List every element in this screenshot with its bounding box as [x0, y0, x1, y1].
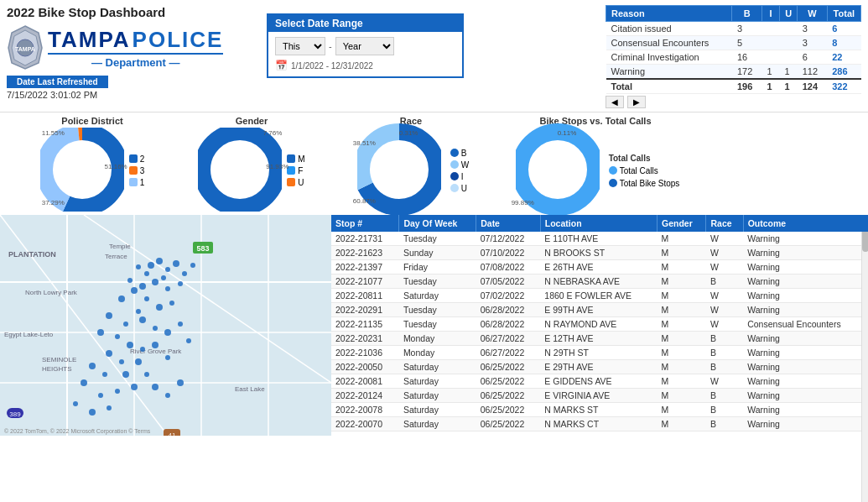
date-year-select[interactable]: Year	[335, 37, 394, 55]
svg-point-44	[148, 262, 154, 269]
table-cell: Warning	[743, 246, 868, 260]
u-col-header: U	[780, 6, 798, 22]
table-cell: 2022-20811	[331, 289, 399, 303]
location-header: Location	[540, 215, 657, 232]
svg-point-80	[89, 363, 96, 369]
svg-point-53	[139, 283, 146, 290]
logo-tampa: TAMPA	[48, 27, 131, 53]
table-row[interactable]: 2022-20050Saturday06/25/2022E 29TH AVEMB…	[331, 360, 868, 374]
table-cell: 06/25/2022	[476, 389, 541, 403]
table-cell: Monday	[399, 332, 476, 346]
table-cell: Friday	[399, 260, 476, 275]
table-row[interactable]: 2022-21731Tuesday07/12/2022E 110TH AVEMW…	[331, 232, 868, 246]
table-row[interactable]: 2022-20811Saturday07/02/20221860 E FOWLE…	[331, 289, 868, 303]
date-separator: -	[329, 41, 332, 51]
table-cell: Tuesday	[399, 317, 476, 332]
svg-point-68	[97, 329, 104, 336]
svg-point-84	[81, 379, 87, 386]
table-cell: M	[657, 374, 706, 389]
svg-point-65	[123, 322, 128, 327]
bike-stops-legend: Total Calls Total Calls Total Bike Stops	[609, 154, 680, 188]
table-row[interactable]: 2022-20081Saturday06/25/2022E GIDDENS AV…	[331, 374, 868, 389]
table-cell: Saturday	[399, 403, 476, 417]
police-district-title: Police District	[61, 116, 122, 126]
reason-cell	[780, 36, 798, 50]
table-cell: 06/28/2022	[476, 303, 541, 317]
reason-cell: Citation issued	[606, 22, 732, 36]
race-chart: Race 0.31% 38.51% 60.87% B W	[327, 116, 495, 213]
table-cell: 07/10/2022	[476, 246, 541, 260]
svg-point-61	[156, 304, 163, 311]
reason-cell	[761, 22, 779, 36]
table-cell: 2022-20078	[331, 403, 399, 417]
police-badge-icon: TAMPA	[7, 24, 44, 71]
table-cell: Warning	[743, 275, 868, 289]
table-row[interactable]: 2022-21036Monday06/27/2022N 29TH STMBWar…	[331, 346, 868, 360]
svg-point-11	[217, 147, 263, 193]
reason-cell: 1	[780, 65, 798, 80]
reason-cell: 1	[780, 79, 798, 94]
table-cell: 06/28/2022	[476, 317, 541, 332]
reason-cell: 1	[761, 79, 779, 94]
table-cell: 2022-21077	[331, 275, 399, 289]
reason-cell	[761, 36, 779, 50]
table-cell: 2022-21036	[331, 346, 399, 360]
svg-point-72	[127, 342, 133, 348]
table-row[interactable]: 2022-20291Tuesday06/28/2022E 99TH AVEMWW…	[331, 303, 868, 317]
svg-point-64	[106, 312, 112, 319]
svg-point-78	[135, 358, 142, 365]
outcome-header: Outcome	[743, 215, 868, 232]
svg-point-60	[144, 296, 149, 301]
svg-point-79	[165, 355, 170, 360]
table-row[interactable]: 2022-21397Friday07/08/2022E 26TH AVEMWWa…	[331, 260, 868, 275]
table-row[interactable]: 2022-21077Tuesday07/05/2022N NEBRASKA AV…	[331, 275, 868, 289]
table-row[interactable]: 2022-20078Saturday06/25/2022N MARKS STMB…	[331, 403, 868, 417]
table-cell: N NEBRASKA AVE	[540, 275, 657, 289]
reason-cell: 22	[827, 50, 860, 65]
table-cell: 2022-21731	[331, 232, 399, 246]
table-cell: W	[706, 289, 743, 303]
table-row[interactable]: 2022-20124Saturday06/25/2022E VIRGINIA A…	[331, 389, 868, 403]
refresh-time: 7/15/2022 3:01:02 PM	[7, 90, 97, 100]
svg-point-55	[127, 278, 133, 283]
table-cell: E 12TH AVE	[540, 332, 657, 346]
i-col-header: I	[761, 6, 779, 22]
scroll-left-btn[interactable]: ◀	[606, 96, 624, 108]
table-row[interactable]: 2022-21135Tuesday06/28/2022N RAYMOND AVE…	[331, 317, 868, 332]
reason-cell: 8	[827, 36, 860, 50]
reason-cell: Criminal Investigation	[606, 50, 732, 65]
data-table-area: Stop # Day Of Week Date Location Gender …	[331, 215, 868, 502]
svg-point-58	[178, 281, 183, 286]
table-cell: M	[657, 246, 706, 260]
table-cell: E GIDDENS AVE	[540, 374, 657, 389]
reason-cell: 3	[732, 22, 761, 36]
table-row[interactable]: 2022-21623Sunday07/10/2022N BROOKS STMWW…	[331, 246, 868, 260]
table-cell: Warning	[743, 303, 868, 317]
table-cell: M	[657, 275, 706, 289]
table-cell: M	[657, 403, 706, 417]
map-svg: PLANTATION Temple Terrace North Lowry Pa…	[0, 215, 331, 436]
svg-point-66	[139, 316, 146, 323]
svg-point-51	[152, 279, 159, 285]
gender-chart: Gender 7.76% 91.93% M F U	[180, 116, 323, 213]
scroll-right-btn[interactable]: ▶	[627, 96, 646, 108]
race-header: Race	[706, 215, 743, 232]
svg-point-87	[98, 393, 103, 398]
table-row[interactable]: 2022-20231Monday06/27/2022E 12TH AVEMBWa…	[331, 332, 868, 346]
svg-point-69	[115, 334, 120, 339]
svg-point-15	[376, 147, 422, 193]
table-cell: 07/08/2022	[476, 260, 541, 275]
svg-point-93	[107, 405, 112, 410]
reason-cell: Consensual Encounters	[606, 36, 732, 50]
table-cell: E 99TH AVE	[540, 303, 657, 317]
table-cell: E 29TH AVE	[540, 360, 657, 374]
table-row[interactable]: 2022-20070Saturday06/25/2022N MARKS CTMB…	[331, 417, 868, 431]
date-this-select[interactable]: This	[275, 37, 325, 55]
total-col-header: Total	[827, 6, 860, 22]
table-cell: 2022-20070	[331, 417, 399, 431]
map-area[interactable]: PLANTATION Temple Terrace North Lowry Pa…	[0, 215, 331, 436]
table-cell: 2022-21397	[331, 260, 399, 275]
race-legend: B W I U	[450, 149, 469, 193]
table-cell: Warning	[743, 417, 868, 431]
date-range-text: 1/1/2022 - 12/31/2022	[291, 61, 373, 71]
